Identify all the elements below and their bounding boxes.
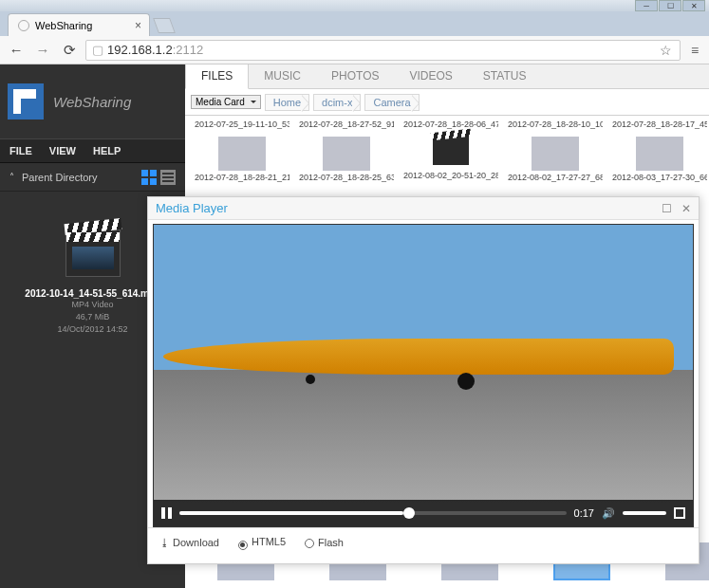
radio-html5[interactable]: HTML5 xyxy=(238,536,286,548)
close-tab-button[interactable]: × xyxy=(135,19,141,32)
address-ip: 192.168.1.2 xyxy=(107,43,173,57)
thumb-label: 2012-07-28_18-27-52_91 xyxy=(299,119,394,129)
radio-label: Flash xyxy=(318,537,344,548)
breadcrumb-camera[interactable]: Camera xyxy=(364,94,419,111)
media-player-titlebar: Media Player ☐ ✕ xyxy=(148,197,699,220)
tab-files[interactable]: FILES xyxy=(185,64,249,89)
brand-logo xyxy=(8,83,44,119)
thumb-label: 2012-07-28_18-28-06_47 xyxy=(403,119,498,129)
reload-button[interactable]: ⟳ xyxy=(59,40,80,61)
pause-button[interactable] xyxy=(161,507,172,519)
brand-text: WebSharing xyxy=(53,94,131,110)
thumb-item[interactable]: 2012-08-02_20-51-20_28 xyxy=(403,137,498,182)
radio-label: HTML5 xyxy=(252,536,286,547)
address-bar[interactable]: ▢ 192.168.1.2:2112 ☆ xyxy=(85,40,681,61)
breadcrumb-row: Media Card Home dcim-x Camera xyxy=(185,89,709,116)
wheel-shape xyxy=(457,373,475,390)
time-display: 0:17 xyxy=(574,507,594,519)
download-icon: ⭳ xyxy=(159,537,170,548)
close-window-button[interactable]: ✕ xyxy=(682,0,705,11)
maximize-player-icon[interactable]: ☐ xyxy=(662,202,672,215)
media-player-footer: ⭳ Download HTML5 Flash xyxy=(148,527,699,556)
list-view-button[interactable] xyxy=(160,170,176,185)
globe-icon: ▢ xyxy=(92,43,103,57)
maximize-button[interactable]: ☐ xyxy=(659,0,681,11)
thumb-item[interactable]: 2012-07-28_18-28-06_47 xyxy=(403,119,498,129)
media-player-title: Media Player xyxy=(156,201,228,215)
radio-icon xyxy=(305,539,314,548)
volume-slider[interactable] xyxy=(623,511,666,515)
thumb-item[interactable]: 2012-07-28_18-28-17_45 xyxy=(612,119,707,129)
breadcrumb-home[interactable]: Home xyxy=(265,94,309,111)
file-size: 46,7 MiB xyxy=(76,311,110,323)
thumb-label: 2012-07-28_18-28-25_63 xyxy=(299,173,394,182)
tab-photos[interactable]: PHOTOS xyxy=(316,64,394,88)
thumb-item[interactable]: 2012-07-25_19-11-10_53 xyxy=(195,119,289,129)
menu-help[interactable]: HELP xyxy=(93,145,121,156)
thumb-label: 2012-08-02_17-27-27_68 xyxy=(508,173,603,182)
tab-videos[interactable]: VIDEOS xyxy=(395,64,468,88)
media-player-panel: Media Player ☐ ✕ 0:17 🔊 ⭳ Download HTML5… xyxy=(147,196,700,564)
clapperboard-icon[interactable] xyxy=(65,230,121,277)
download-label: Download xyxy=(173,537,219,548)
chevron-up-icon: ˄ xyxy=(9,172,14,182)
thumb-item[interactable]: 2012-07-28_18-28-21_21 xyxy=(195,137,289,182)
airplane-illustration xyxy=(163,339,674,375)
radio-icon xyxy=(238,541,248,550)
chrome-window: ─ ☐ ✕ WebSharing × ← → ⟳ ▢ 192.168.1.2:2… xyxy=(0,0,709,588)
menu-file[interactable]: FILE xyxy=(9,145,32,156)
menu-view[interactable]: VIEW xyxy=(49,145,76,156)
new-tab-button[interactable] xyxy=(153,18,176,33)
parent-directory-row[interactable]: ˄ Parent Directory xyxy=(0,163,185,192)
thumb-item[interactable]: 2012-07-28_18-28-10_10 xyxy=(508,119,603,129)
bookmark-star-icon[interactable]: ☆ xyxy=(657,42,674,59)
thumb-label: 2012-07-28_18-28-21_21 xyxy=(195,173,289,182)
omnibox-row: ← → ⟳ ▢ 192.168.1.2:2112 ☆ ≡ xyxy=(0,36,709,64)
window-titlebar: ─ ☐ ✕ xyxy=(0,0,709,11)
progress-track[interactable] xyxy=(179,511,567,515)
thumb-item[interactable]: 2012-07-28_18-28-25_63 xyxy=(299,137,394,182)
close-player-icon[interactable]: ✕ xyxy=(681,202,691,215)
thumb-item[interactable]: 2012-08-03_17-27-30_66 xyxy=(612,137,707,182)
minimize-button[interactable]: ─ xyxy=(635,0,658,11)
thumb-item[interactable]: 2012-08-02_17-27-27_68 xyxy=(508,137,603,182)
file-date: 14/Oct/2012 14:52 xyxy=(57,323,127,336)
download-link[interactable]: ⭳ Download xyxy=(159,537,219,548)
video-frame[interactable]: 0:17 🔊 xyxy=(153,224,694,527)
chrome-menu-button[interactable]: ≡ xyxy=(686,42,703,59)
thumb-label: 2012-08-03_17-27-30_66 xyxy=(612,173,707,182)
wheel-shape xyxy=(306,375,315,384)
thumb-item[interactable]: 2012-07-28_18-27-52_91 xyxy=(299,119,394,129)
tab-favicon xyxy=(18,20,29,31)
tab-status[interactable]: STATUS xyxy=(468,64,542,88)
file-type: MP4 Video xyxy=(72,299,114,311)
storage-selector[interactable]: Media Card xyxy=(191,95,261,109)
menu-bar: FILE VIEW HELP xyxy=(0,138,185,163)
radio-flash[interactable]: Flash xyxy=(305,537,344,548)
back-button[interactable]: ← xyxy=(6,40,27,61)
fullscreen-button[interactable] xyxy=(674,507,685,519)
breadcrumb-dcimx[interactable]: dcim-x xyxy=(313,94,361,111)
main-tabs: FILES MUSIC PHOTOS VIDEOS STATUS xyxy=(185,64,709,89)
thumb-label: 2012-08-02_20-51-20_28 xyxy=(403,171,498,180)
grid-view-button[interactable] xyxy=(141,170,157,185)
thumb-label: 2012-07-25_19-11-10_53 xyxy=(195,119,289,129)
parent-label: Parent Directory xyxy=(22,172,97,183)
browser-tab[interactable]: WebSharing × xyxy=(8,13,150,36)
address-port: :2112 xyxy=(173,43,204,57)
thumb-label: 2012-07-28_18-28-17_45 xyxy=(612,119,707,129)
tab-music[interactable]: MUSIC xyxy=(249,64,316,88)
tab-title: WebSharing xyxy=(35,20,92,31)
thumb-label: 2012-07-28_18-28-10_10 xyxy=(508,119,603,129)
forward-button[interactable]: → xyxy=(32,40,53,61)
volume-icon[interactable]: 🔊 xyxy=(602,507,615,520)
brand-area: WebSharing xyxy=(0,64,185,138)
video-controls: 0:17 🔊 xyxy=(154,500,693,526)
browser-tab-strip: WebSharing × xyxy=(0,11,709,36)
file-name: 2012-10-14_14-51-55_614.mp4 xyxy=(25,288,159,299)
